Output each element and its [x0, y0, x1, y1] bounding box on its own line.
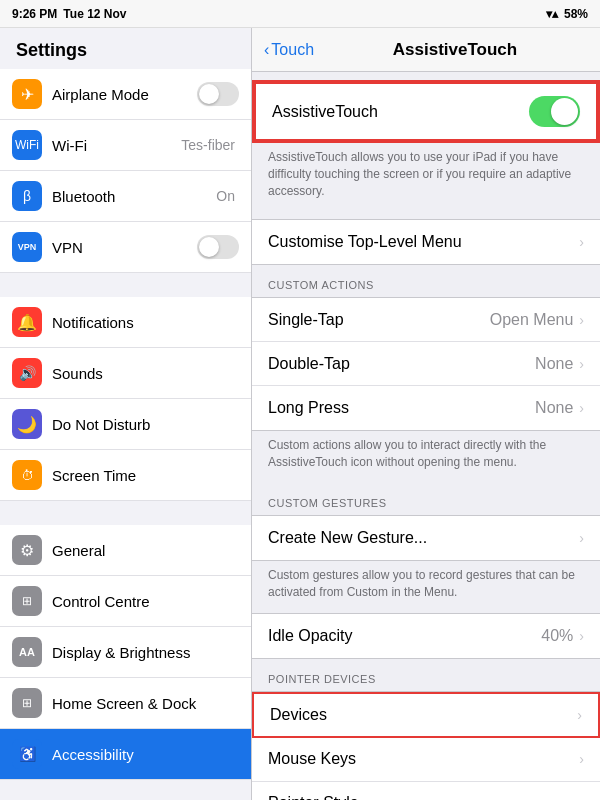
- sidebar-label-accessibility: Accessibility: [52, 746, 239, 763]
- double-tap-value: None: [535, 355, 573, 373]
- battery-indicator: 58%: [564, 7, 588, 21]
- assistivetouch-footer: AssistiveTouch allows you to use your iP…: [252, 143, 600, 211]
- sidebar-item-notifications[interactable]: 🔔 Notifications: [0, 297, 251, 348]
- display-brightness-icon: AA: [12, 637, 42, 667]
- assistivetouch-toggle[interactable]: [529, 96, 580, 127]
- sidebar-label-display-brightness: Display & Brightness: [52, 644, 239, 661]
- create-gesture-chevron-icon: ›: [579, 530, 584, 546]
- pointer-style-chevron-icon: ›: [579, 795, 584, 800]
- nav-back-label: Touch: [271, 41, 314, 59]
- customise-chevron-icon: ›: [579, 234, 584, 250]
- airplane-mode-toggle[interactable]: [197, 82, 239, 106]
- double-tap-chevron-icon: ›: [579, 356, 584, 372]
- bluetooth-icon: β: [12, 181, 42, 211]
- sidebar-label-sounds: Sounds: [52, 365, 239, 382]
- sidebar-item-do-not-disturb[interactable]: 🌙 Do Not Disturb: [0, 399, 251, 450]
- detail-panel: ‹ Touch AssistiveTouch AssistiveTouch As…: [252, 28, 600, 800]
- notifications-icon: 🔔: [12, 307, 42, 337]
- vpn-icon: VPN: [12, 232, 42, 262]
- customise-top-level-row[interactable]: Customise Top-Level Menu ›: [252, 220, 600, 264]
- wifi-icon: ▾▴: [546, 7, 558, 21]
- devices-label: Devices: [270, 706, 577, 724]
- idle-opacity-chevron-icon: ›: [579, 628, 584, 644]
- custom-actions-section: CUSTOM ACTIONS Single-Tap Open Menu › Do…: [252, 265, 600, 483]
- assistivetouch-row[interactable]: AssistiveTouch: [254, 82, 598, 141]
- mouse-keys-row[interactable]: Mouse Keys ›: [252, 738, 600, 782]
- sidebar-item-bluetooth[interactable]: β Bluetooth On: [0, 171, 251, 222]
- control-centre-icon: ⊞: [12, 586, 42, 616]
- single-tap-row[interactable]: Single-Tap Open Menu ›: [252, 298, 600, 342]
- mouse-keys-chevron-icon: ›: [579, 751, 584, 767]
- devices-row[interactable]: Devices ›: [252, 692, 600, 738]
- sidebar-item-wifi[interactable]: WiFi Wi-Fi Tes-fiber: [0, 120, 251, 171]
- custom-gestures-header: CUSTOM GESTURES: [252, 483, 600, 515]
- assistivetouch-label: AssistiveTouch: [272, 103, 529, 121]
- sidebar-label-home-screen: Home Screen & Dock: [52, 695, 239, 712]
- sidebar-item-accessibility[interactable]: ♿ Accessibility: [0, 729, 251, 780]
- detail-title: AssistiveTouch: [322, 40, 588, 60]
- idle-opacity-value: 40%: [541, 627, 573, 645]
- group-separator-2: [0, 501, 251, 525]
- status-time: 9:26 PM: [12, 7, 57, 21]
- sidebar-item-sounds[interactable]: 🔊 Sounds: [0, 348, 251, 399]
- detail-content: AssistiveTouch AssistiveTouch allows you…: [252, 72, 600, 800]
- pointer-devices-section: POINTER DEVICES Devices › Mouse Keys › P…: [252, 659, 600, 800]
- custom-actions-items: Single-Tap Open Menu › Double-Tap None ›…: [252, 297, 600, 431]
- main-container: Settings ✈ Airplane Mode WiFi Wi-Fi Tes-…: [0, 28, 600, 800]
- do-not-disturb-icon: 🌙: [12, 409, 42, 439]
- sidebar-item-home-screen[interactable]: ⊞ Home Screen & Dock: [0, 678, 251, 729]
- double-tap-label: Double-Tap: [268, 355, 535, 373]
- vpn-toggle[interactable]: [197, 235, 239, 259]
- devices-chevron-icon: ›: [577, 707, 582, 723]
- sidebar-item-general[interactable]: ⚙ General: [0, 525, 251, 576]
- sidebar-label-vpn: VPN: [52, 239, 197, 256]
- sounds-icon: 🔊: [12, 358, 42, 388]
- sidebar-label-notifications: Notifications: [52, 314, 239, 331]
- sidebar: Settings ✈ Airplane Mode WiFi Wi-Fi Tes-…: [0, 28, 252, 800]
- single-tap-label: Single-Tap: [268, 311, 490, 329]
- long-press-row[interactable]: Long Press None ›: [252, 386, 600, 430]
- custom-gestures-footer: Custom gestures allow you to record gest…: [252, 561, 600, 613]
- sidebar-item-vpn[interactable]: VPN VPN: [0, 222, 251, 273]
- create-gesture-row[interactable]: Create New Gesture... ›: [252, 516, 600, 560]
- sidebar-label-do-not-disturb: Do Not Disturb: [52, 416, 239, 433]
- sidebar-label-wifi: Wi-Fi: [52, 137, 181, 154]
- status-indicators: ▾▴ 58%: [546, 7, 588, 21]
- home-screen-icon: ⊞: [12, 688, 42, 718]
- pointer-devices-items: Devices › Mouse Keys › Pointer Style › S…: [252, 691, 600, 800]
- double-tap-row[interactable]: Double-Tap None ›: [252, 342, 600, 386]
- idle-opacity-section: Idle Opacity 40% ›: [252, 613, 600, 659]
- single-tap-value: Open Menu: [490, 311, 574, 329]
- customise-top-level-label: Customise Top-Level Menu: [268, 233, 579, 251]
- screen-time-icon: ⏱: [12, 460, 42, 490]
- custom-actions-header: CUSTOM ACTIONS: [252, 265, 600, 297]
- accessibility-icon: ♿: [12, 739, 42, 769]
- group-separator-3: [0, 780, 251, 800]
- wifi-icon: WiFi: [12, 130, 42, 160]
- status-bar: 9:26 PM Tue 12 Nov ▾▴ 58%: [0, 0, 600, 28]
- sidebar-label-airplane-mode: Airplane Mode: [52, 86, 197, 103]
- nav-back-button[interactable]: ‹ Touch: [264, 41, 314, 59]
- custom-gestures-items: Create New Gesture... ›: [252, 515, 600, 561]
- sidebar-title: Settings: [0, 28, 251, 69]
- status-date: Tue 12 Nov: [63, 7, 126, 21]
- sidebar-item-display-brightness[interactable]: AA Display & Brightness: [0, 627, 251, 678]
- assistivetouch-section: AssistiveTouch: [252, 80, 600, 143]
- sidebar-label-bluetooth: Bluetooth: [52, 188, 216, 205]
- idle-opacity-row[interactable]: Idle Opacity 40% ›: [252, 614, 600, 658]
- sidebar-item-airplane-mode[interactable]: ✈ Airplane Mode: [0, 69, 251, 120]
- sidebar-item-screen-time[interactable]: ⏱ Screen Time: [0, 450, 251, 501]
- airplane-mode-icon: ✈: [12, 79, 42, 109]
- wifi-value: Tes-fiber: [181, 137, 235, 153]
- custom-gestures-section: CUSTOM GESTURES Create New Gesture... › …: [252, 483, 600, 613]
- idle-opacity-label: Idle Opacity: [268, 627, 541, 645]
- sidebar-label-screen-time: Screen Time: [52, 467, 239, 484]
- custom-actions-footer: Custom actions allow you to interact dir…: [252, 431, 600, 483]
- create-gesture-label: Create New Gesture...: [268, 529, 579, 547]
- sidebar-label-general: General: [52, 542, 239, 559]
- sidebar-item-control-centre[interactable]: ⊞ Control Centre: [0, 576, 251, 627]
- pointer-style-label: Pointer Style: [268, 794, 579, 800]
- single-tap-chevron-icon: ›: [579, 312, 584, 328]
- pointer-style-row[interactable]: Pointer Style ›: [252, 782, 600, 800]
- back-chevron-icon: ‹: [264, 41, 269, 59]
